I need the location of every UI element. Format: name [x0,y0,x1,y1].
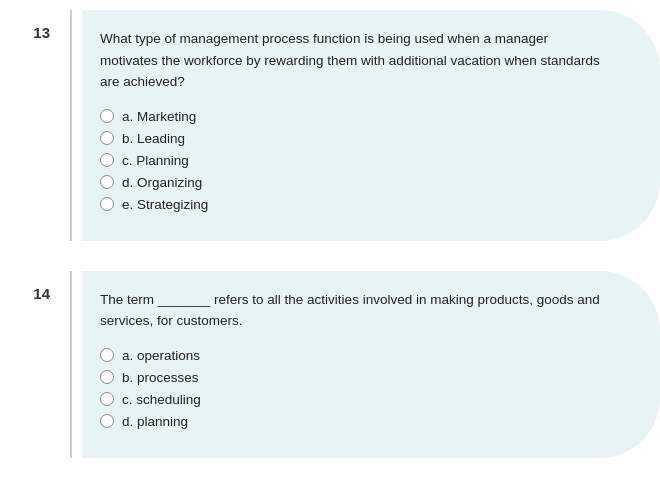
option-13-e[interactable]: e. Strategizing [100,197,600,212]
option-label-13-c: c. Planning [122,153,189,168]
option-14-a[interactable]: a. operations [100,348,600,363]
question-content-13: What type of management process function… [82,10,660,241]
option-label-13-a: a. Marketing [122,109,196,124]
option-label-13-b: b. Leading [122,131,185,146]
option-14-d[interactable]: d. planning [100,414,600,429]
radio-13-a[interactable] [100,109,114,123]
option-label-14-d: d. planning [122,414,188,429]
option-label-13-e: e. Strategizing [122,197,208,212]
radio-13-c[interactable] [100,153,114,167]
radio-13-b[interactable] [100,131,114,145]
divider-13 [70,10,72,241]
question-text-14: The term _______ refers to all the activ… [100,289,600,332]
option-13-a[interactable]: a. Marketing [100,109,600,124]
radio-13-e[interactable] [100,197,114,211]
radio-14-d[interactable] [100,414,114,428]
option-label-14-a: a. operations [122,348,200,363]
question-number-13: 13 [0,10,60,41]
question-number-14: 14 [0,271,60,302]
separator [0,253,660,271]
radio-13-d[interactable] [100,175,114,189]
radio-14-b[interactable] [100,370,114,384]
radio-14-c[interactable] [100,392,114,406]
option-label-14-b: b. processes [122,370,199,385]
options-list-14: a. operations b. processes c. scheduling… [100,348,600,429]
option-14-b[interactable]: b. processes [100,370,600,385]
option-13-c[interactable]: c. Planning [100,153,600,168]
options-list-13: a. Marketing b. Leading c. Planning d. O… [100,109,600,212]
option-13-b[interactable]: b. Leading [100,131,600,146]
question-block-14: 14 The term _______ refers to all the ac… [0,271,660,458]
radio-14-a[interactable] [100,348,114,362]
option-14-c[interactable]: c. scheduling [100,392,600,407]
option-13-d[interactable]: d. Organizing [100,175,600,190]
question-block-13: 13 What type of management process funct… [0,10,660,241]
divider-14 [70,271,72,458]
page: 13 What type of management process funct… [0,0,660,503]
option-label-14-c: c. scheduling [122,392,201,407]
question-text-13: What type of management process function… [100,28,600,93]
question-content-14: The term _______ refers to all the activ… [82,271,660,458]
option-label-13-d: d. Organizing [122,175,202,190]
